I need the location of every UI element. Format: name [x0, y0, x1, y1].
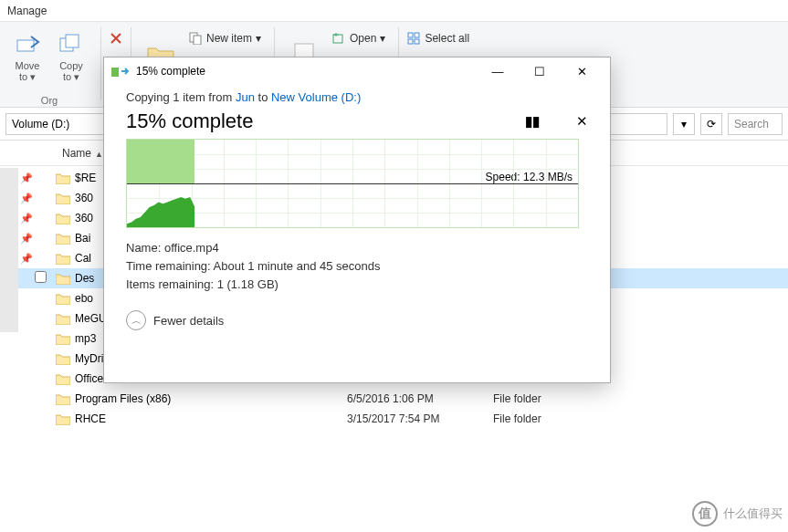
svg-rect-5: [194, 36, 201, 45]
minimize-button[interactable]: —: [477, 57, 519, 85]
file-name: Program Files (x86): [73, 392, 347, 405]
watermark-text: 什么值得买: [723, 506, 783, 522]
minimize-icon: —: [492, 65, 504, 78]
refresh-icon: ⟳: [707, 118, 716, 130]
file-type: File folder: [493, 412, 603, 425]
dialog-title: 15% complete: [136, 65, 477, 78]
select-all-button[interactable]: Select all: [406, 29, 469, 47]
folder-icon: [53, 273, 73, 285]
sort-asc-icon: ▲: [95, 150, 103, 159]
copy-dialog-icon: [111, 66, 131, 77]
pause-icon: ▮▮: [525, 113, 540, 129]
folder-icon: [53, 333, 73, 345]
ribbon-separator: [100, 27, 101, 100]
row-checkbox[interactable]: [35, 271, 53, 286]
svg-rect-2: [66, 35, 79, 47]
svg-rect-11: [415, 39, 419, 44]
search-input[interactable]: Search: [728, 113, 783, 135]
chevron-down-icon: ▾: [256, 32, 261, 45]
titlebar: Manage: [0, 0, 788, 22]
folder-icon: [53, 213, 73, 224]
svg-rect-9: [415, 33, 419, 37]
copy-from-link[interactable]: Jun: [236, 90, 255, 104]
folder-icon: [53, 393, 73, 405]
delete-icon: [109, 31, 123, 46]
items-remaining-value: 1 (1.18 GB): [217, 277, 278, 291]
chevron-down-icon: ▾: [681, 118, 687, 130]
pin-icon: 📌: [18, 213, 35, 224]
refresh-button[interactable]: ⟳: [700, 113, 722, 135]
open-label: Open: [350, 32, 376, 45]
folder-icon: [53, 313, 73, 325]
svg-rect-12: [111, 68, 119, 77]
watermark: 值 什么值得买: [692, 501, 783, 527]
file-name: RHCE: [73, 412, 347, 425]
folder-icon: [53, 253, 73, 265]
move-to-icon: [13, 29, 42, 58]
close-icon: ✕: [577, 65, 587, 78]
open-button[interactable]: Open ▾: [331, 29, 385, 47]
pin-icon: 📌: [18, 172, 35, 184]
copy-details: Name: office.mp4 Time remaining: About 1…: [126, 239, 588, 294]
svg-rect-7: [333, 35, 342, 43]
pause-button[interactable]: ▮▮: [525, 113, 540, 130]
file-type: File folder: [493, 392, 603, 405]
svg-rect-0: [17, 40, 34, 51]
pin-icon: 📌: [18, 253, 35, 265]
chevron-down-icon: ▾: [380, 32, 385, 45]
cancel-icon: ✕: [576, 113, 588, 129]
time-remaining-value: About 1 minute and 45 seconds: [214, 259, 381, 273]
watermark-badge: 值: [692, 501, 718, 527]
breadcrumb-path: Volume (D:): [12, 118, 69, 130]
new-item-icon: [188, 31, 203, 46]
select-all-label: Select all: [425, 32, 469, 45]
new-item-label: New item: [206, 32, 252, 45]
folder-icon: [53, 413, 73, 425]
file-date: 6/5/2016 1:06 PM: [347, 392, 493, 405]
folder-icon: [53, 293, 73, 305]
file-date: 3/15/2017 7:54 PM: [347, 412, 493, 425]
search-placeholder: Search: [734, 118, 769, 130]
svg-rect-10: [408, 39, 413, 44]
folder-icon: [53, 193, 73, 204]
copy-to-label: Copyto ▾: [59, 60, 83, 82]
ribbon-group-organize: Org: [41, 95, 58, 106]
folder-icon: [53, 233, 73, 245]
maximize-button[interactable]: ☐: [519, 57, 561, 85]
move-to-label: Moveto ▾: [16, 60, 40, 82]
delete-button[interactable]: [109, 29, 123, 47]
copy-summary: Copying 1 item from Jun to New Volume (D…: [126, 90, 588, 104]
close-button[interactable]: ✕: [561, 57, 603, 85]
chevron-up-icon: ︿: [126, 310, 146, 330]
folder-icon: [53, 373, 73, 385]
pin-icon: 📌: [18, 193, 35, 204]
new-item-button[interactable]: New item ▾: [188, 29, 261, 47]
folder-icon: [53, 172, 73, 184]
nav-pane-stub: [0, 168, 18, 332]
open-icon: [331, 31, 346, 46]
dialog-titlebar: 15% complete — ☐ ✕: [104, 57, 610, 85]
copy-to-link[interactable]: New Volume (D:): [271, 90, 361, 104]
cancel-button[interactable]: ✕: [576, 113, 588, 130]
folder-icon: [53, 353, 73, 365]
file-name-value: office.mp4: [164, 241, 219, 255]
copy-dialog: 15% complete — ☐ ✕ Copying 1 item from J…: [103, 57, 611, 383]
select-all-icon: [406, 31, 421, 46]
table-row[interactable]: Program Files (x86)6/5/2016 1:06 PMFile …: [0, 389, 788, 409]
go-button[interactable]: ▾: [673, 113, 695, 135]
pin-icon: 📌: [18, 233, 35, 245]
fewer-details-button[interactable]: ︿ Fewer details: [126, 310, 588, 330]
maximize-icon: ☐: [534, 65, 545, 78]
percent-complete: 15% complete: [126, 110, 253, 133]
copy-to-icon: [57, 29, 86, 58]
move-to-button[interactable]: Moveto ▾: [5, 26, 49, 86]
speed-graph: Speed: 12.3 MB/s: [126, 139, 579, 228]
svg-rect-8: [408, 33, 413, 37]
table-row[interactable]: RHCE3/15/2017 7:54 PMFile folder: [0, 409, 788, 429]
window-title: Manage: [7, 5, 47, 17]
copy-to-button[interactable]: Copyto ▾: [49, 26, 93, 86]
